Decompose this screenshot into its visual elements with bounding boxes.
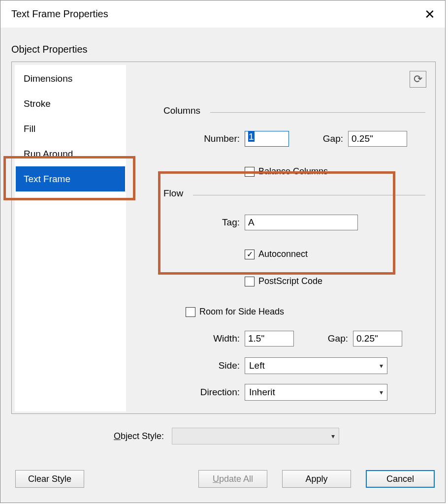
close-icon[interactable]: ✕ — [424, 8, 435, 21]
postscript-checkbox[interactable] — [245, 277, 255, 286]
row-sideheads-direction: Direction: Inherit ▾ — [192, 384, 387, 401]
group-flow: Flow — [163, 195, 425, 195]
autoconnect-checkbox[interactable]: ✓ — [245, 250, 255, 259]
tab-dimensions[interactable]: Dimensions — [16, 66, 125, 91]
chevron-down-icon: ▾ — [331, 432, 335, 440]
row-columns-number: Number: 1 Gap: — [193, 131, 407, 147]
dialog-title: Text Frame Properties — [11, 8, 108, 20]
row-object-style: Object Style: ▾ — [114, 428, 339, 444]
row-sideheads-side: Side: Left ▾ — [210, 357, 387, 374]
chevron-down-icon: ▾ — [380, 388, 383, 396]
sideheads-width-label: Width: — [205, 333, 240, 344]
row-sideheads[interactable]: Room for Side Heads — [186, 307, 284, 317]
cancel-button[interactable]: Cancel — [366, 470, 435, 488]
object-properties-label: Object Properties — [11, 44, 88, 55]
sideheads-label: Room for Side Heads — [199, 307, 284, 317]
tab-run-around[interactable]: Run Around — [16, 141, 125, 166]
columns-gap-input[interactable] — [348, 131, 407, 147]
autoconnect-label: Autoconnect — [258, 249, 308, 259]
tag-input[interactable] — [245, 215, 358, 230]
chevron-down-icon: ▾ — [380, 362, 383, 370]
side-label: Side: — [210, 360, 240, 371]
refresh-icon[interactable]: ⟳ — [410, 71, 426, 88]
object-style-label: Object Style: — [114, 431, 164, 441]
row-balance-columns[interactable]: Balance Columns — [245, 166, 328, 177]
update-all-button[interactable]: Update All — [198, 470, 267, 488]
flow-group-label: Flow — [163, 188, 183, 199]
group-columns: Columns — [163, 112, 425, 113]
row-sideheads-width: Width: Gap: — [205, 331, 402, 346]
object-style-dropdown[interactable]: ▾ — [172, 428, 339, 444]
direction-value: Inherit — [249, 387, 275, 398]
content-area: ⟳ Columns Number: 1 Gap: Balance Columns… — [134, 67, 430, 409]
properties-panel: Dimensions Stroke Fill Run Around Text F… — [11, 62, 436, 414]
tab-fill[interactable]: Fill — [16, 116, 125, 141]
apply-button[interactable]: Apply — [282, 470, 351, 488]
columns-group-label: Columns — [163, 105, 200, 116]
side-dropdown[interactable]: Left ▾ — [245, 357, 387, 374]
tag-label: Tag: — [210, 217, 240, 228]
direction-label: Direction: — [192, 387, 240, 398]
balance-columns-label: Balance Columns — [258, 166, 328, 177]
columns-gap-label: Gap: — [304, 133, 343, 144]
tab-stroke[interactable]: Stroke — [16, 91, 125, 116]
sidebar-tabs: Dimensions Stroke Fill Run Around Text F… — [15, 65, 126, 411]
sideheads-width-input[interactable] — [245, 331, 294, 346]
postscript-label: PostScript Code — [258, 276, 322, 286]
row-flow-tag: Tag: — [210, 215, 358, 230]
number-label: Number: — [193, 133, 240, 144]
number-input[interactable]: 1 — [245, 131, 289, 147]
row-postscript[interactable]: PostScript Code — [245, 276, 322, 286]
sideheads-gap-input[interactable] — [353, 331, 402, 346]
clear-style-button[interactable]: Clear Style — [15, 470, 84, 488]
sideheads-checkbox[interactable] — [186, 307, 195, 317]
row-autoconnect[interactable]: ✓ Autoconnect — [245, 249, 308, 259]
sideheads-gap-label: Gap: — [309, 333, 348, 344]
side-value: Left — [249, 360, 265, 371]
balance-columns-checkbox[interactable] — [245, 167, 255, 177]
titlebar: Text Frame Properties ✕ — [0, 0, 445, 28]
tab-text-frame[interactable]: Text Frame — [16, 166, 125, 191]
direction-dropdown[interactable]: Inherit ▾ — [245, 384, 387, 401]
dialog-text-frame-properties: Text Frame Properties ✕ Object Propertie… — [0, 0, 446, 503]
